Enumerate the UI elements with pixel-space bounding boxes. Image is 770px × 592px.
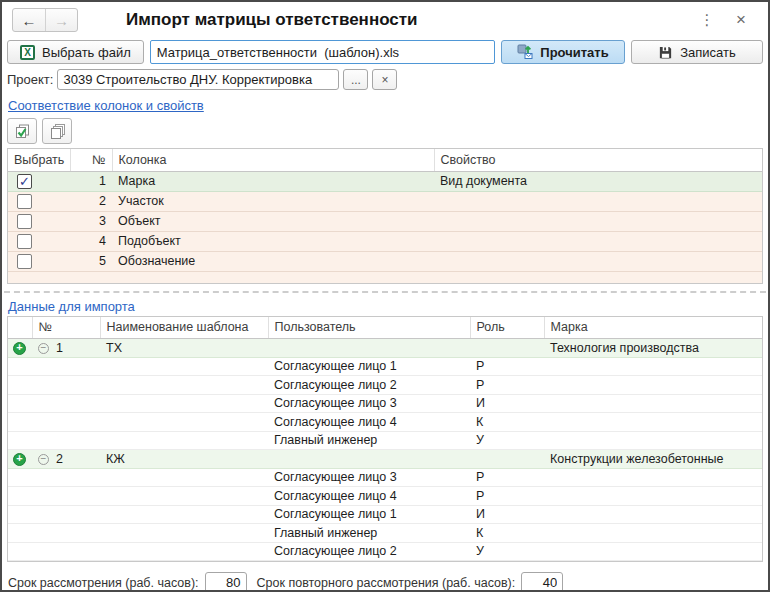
mapping-col-column[interactable]: Колонка [112,149,434,171]
clear-all-flags-button[interactable] [42,118,72,144]
collapse-icon[interactable] [38,454,49,465]
table-row[interactable]: 4 Подобъект [8,231,762,251]
mapping-header-row: Выбрать № Колонка Свойство [8,149,762,171]
file-name-input[interactable] [150,40,495,64]
row-role: Р [470,468,544,487]
table-row[interactable]: 1 Марка Вид документа [8,171,762,191]
row-column: Подобъект [112,231,434,251]
row-checkbox[interactable] [17,214,32,229]
detail-row[interactable]: Главный инженер К [8,524,762,543]
mapping-col-property[interactable]: Свойство [434,149,762,171]
import-table-body: 1 ТХ Технология производства Согласующее… [8,339,762,561]
row-template [100,394,268,413]
row-marka: Конструкции железобетонные [544,450,762,469]
row-template [100,542,268,561]
choose-file-button[interactable]: Выбрать файл [7,40,144,64]
row-role: К [470,413,544,432]
row-num: 3 [70,211,112,231]
row-marka [544,505,762,524]
detail-row[interactable]: Согласующее лицо 4 К [8,413,762,432]
table-row[interactable]: 2 Участок [8,191,762,211]
row-checkbox[interactable] [17,234,32,249]
row-role: К [470,524,544,543]
row-num [32,376,100,395]
footer: Срок рассмотрения (раб. часов): Срок пов… [2,562,768,592]
detail-row[interactable]: Главный инженер У [8,431,762,450]
collapse-icon[interactable] [38,343,49,354]
file-toolbar: Выбрать файл Прочитать Записать [2,38,768,66]
detail-row[interactable]: Согласующее лицо 3 И [8,394,762,413]
row-template: КЖ [100,450,268,469]
titlebar: Импорт матрицы ответственности [2,2,768,38]
detail-row[interactable]: Согласующее лицо 2 Р [8,376,762,395]
table-row[interactable]: 5 Обозначение [8,251,762,271]
row-checkbox[interactable] [17,174,32,189]
group-row[interactable]: 1 ТХ Технология производства [8,339,762,358]
row-template [100,376,268,395]
row-user: Главный инженер [268,431,470,450]
row-num [32,394,100,413]
row-num [32,413,100,432]
row-num: 1 [56,341,63,355]
project-select-button[interactable]: ... [343,69,368,90]
add-row-icon[interactable] [13,342,26,355]
import-col-user[interactable]: Пользователь [268,317,470,339]
row-num: 5 [70,251,112,271]
row-column: Марка [112,171,434,191]
import-col-marka[interactable]: Марка [544,317,762,339]
row-num [32,357,100,376]
rereview-hours-input[interactable] [521,572,563,592]
set-all-flags-button[interactable] [7,118,37,144]
close-icon[interactable] [728,10,754,30]
mapping-section-link[interactable]: Соответствие колонок и свойств [8,98,204,113]
row-user: Главный инженер [268,524,470,543]
project-input[interactable] [57,69,339,90]
import-section-link[interactable]: Данные для импорта [8,299,135,314]
row-num: 2 [56,452,63,466]
mapping-col-num[interactable]: № [70,149,112,171]
detail-row[interactable]: Согласующее лицо 2 У [8,542,762,561]
detail-row[interactable]: Согласующее лицо 4 Р [8,487,762,506]
back-button[interactable] [13,9,45,31]
row-marka [544,468,762,487]
row-template: ТХ [100,339,268,358]
review-hours-input[interactable] [205,572,247,592]
rereview-hours-label: Срок повторного рассмотрения (раб. часов… [257,576,516,590]
splitter-handle[interactable] [4,291,766,293]
row-template [100,413,268,432]
group-row[interactable]: 2 КЖ Конструкции железобетонные [8,450,762,469]
project-clear-button[interactable]: × [372,69,397,90]
row-marka [544,431,762,450]
row-num [32,468,100,487]
table-row[interactable]: 3 Объект [8,211,762,231]
set-all-flags-icon [14,123,31,140]
row-checkbox[interactable] [17,254,32,269]
read-button[interactable]: Прочитать [501,40,625,64]
choose-file-label: Выбрать файл [42,45,131,60]
forward-arrow-icon [54,12,69,29]
detail-row[interactable]: Согласующее лицо 1 И [8,505,762,524]
row-template [100,468,268,487]
row-num: 4 [70,231,112,251]
row-property: Вид документа [434,171,762,191]
review-hours-label: Срок рассмотрения (раб. часов): [8,576,199,590]
row-checkbox[interactable] [17,194,32,209]
import-col-num[interactable]: № [32,317,100,339]
write-button[interactable]: Записать [631,40,763,64]
more-menu-icon[interactable] [694,11,720,29]
import-table: № Наименование шаблона Пользователь Роль… [7,316,763,563]
row-column: Объект [112,211,434,231]
row-role: И [470,394,544,413]
row-user: Согласующее лицо 3 [268,394,470,413]
write-label: Записать [680,45,736,60]
forward-button[interactable] [45,9,77,31]
import-col-template[interactable]: Наименование шаблона [100,317,268,339]
detail-row[interactable]: Согласующее лицо 1 Р [8,357,762,376]
mapping-col-select[interactable]: Выбрать [8,149,70,171]
add-row-icon[interactable] [13,453,26,466]
row-num [32,524,100,543]
detail-row[interactable]: Согласующее лицо 3 Р [8,468,762,487]
row-user: Согласующее лицо 3 [268,468,470,487]
row-num [32,505,100,524]
import-col-role[interactable]: Роль [470,317,544,339]
